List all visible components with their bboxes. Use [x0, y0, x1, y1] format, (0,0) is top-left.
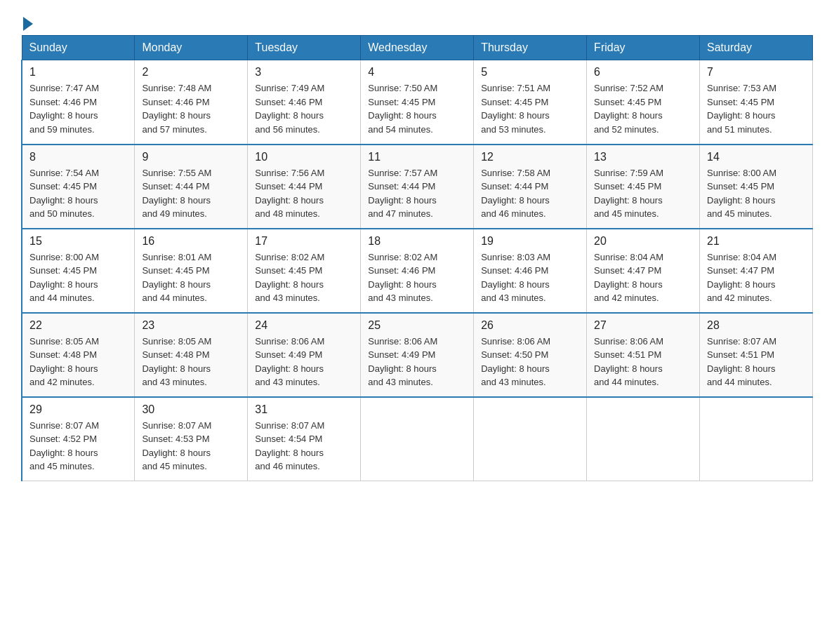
day-number: 30	[142, 403, 240, 416]
calendar-cell: 15 Sunrise: 8:00 AM Sunset: 4:45 PM Dayl…	[22, 229, 135, 313]
calendar-body: 1 Sunrise: 7:47 AM Sunset: 4:46 PM Dayli…	[22, 60, 813, 481]
day-info: Sunrise: 8:02 AM Sunset: 4:46 PM Dayligh…	[368, 250, 466, 305]
weekday-header-friday: Friday	[587, 36, 700, 60]
weekday-header-saturday: Saturday	[700, 36, 813, 60]
day-info: Sunrise: 8:03 AM Sunset: 4:46 PM Dayligh…	[481, 250, 579, 305]
day-number: 13	[594, 151, 692, 163]
calendar-cell: 13 Sunrise: 7:59 AM Sunset: 4:45 PM Dayl…	[587, 145, 700, 229]
day-number: 27	[594, 319, 692, 332]
day-number: 28	[707, 319, 805, 332]
logo-arrow-icon	[23, 17, 33, 31]
calendar-cell: 30 Sunrise: 8:07 AM Sunset: 4:53 PM Dayl…	[135, 397, 248, 481]
day-info: Sunrise: 8:02 AM Sunset: 4:45 PM Dayligh…	[255, 250, 353, 305]
day-info: Sunrise: 8:07 AM Sunset: 4:52 PM Dayligh…	[29, 419, 127, 474]
day-number: 10	[255, 151, 353, 163]
day-number: 4	[368, 66, 466, 79]
day-number: 3	[255, 66, 353, 79]
calendar-cell: 24 Sunrise: 8:06 AM Sunset: 4:49 PM Dayl…	[248, 313, 361, 397]
weekday-header-sunday: Sunday	[22, 36, 135, 60]
day-info: Sunrise: 8:07 AM Sunset: 4:53 PM Dayligh…	[142, 419, 240, 474]
day-number: 17	[255, 235, 353, 248]
calendar-cell: 23 Sunrise: 8:05 AM Sunset: 4:48 PM Dayl…	[135, 313, 248, 397]
calendar-cell: 20 Sunrise: 8:04 AM Sunset: 4:47 PM Dayl…	[587, 229, 700, 313]
weekday-header-thursday: Thursday	[474, 36, 587, 60]
calendar-cell: 19 Sunrise: 8:03 AM Sunset: 4:46 PM Dayl…	[474, 229, 587, 313]
day-number: 5	[481, 66, 579, 79]
day-number: 29	[29, 403, 127, 416]
day-number: 15	[29, 235, 127, 248]
day-number: 21	[707, 235, 805, 248]
logo	[21, 14, 33, 28]
page-header	[21, 14, 813, 28]
day-number: 11	[368, 151, 466, 163]
calendar-week-row: 1 Sunrise: 7:47 AM Sunset: 4:46 PM Dayli…	[22, 60, 813, 145]
calendar-cell	[474, 397, 587, 481]
calendar-week-row: 29 Sunrise: 8:07 AM Sunset: 4:52 PM Dayl…	[22, 397, 813, 481]
day-info: Sunrise: 7:55 AM Sunset: 4:44 PM Dayligh…	[142, 166, 240, 221]
calendar-cell: 17 Sunrise: 8:02 AM Sunset: 4:45 PM Dayl…	[248, 229, 361, 313]
day-number: 2	[142, 66, 240, 79]
day-info: Sunrise: 7:49 AM Sunset: 4:46 PM Dayligh…	[255, 81, 353, 136]
day-info: Sunrise: 7:59 AM Sunset: 4:45 PM Dayligh…	[594, 166, 692, 221]
calendar-cell: 8 Sunrise: 7:54 AM Sunset: 4:45 PM Dayli…	[22, 145, 135, 229]
day-info: Sunrise: 7:54 AM Sunset: 4:45 PM Dayligh…	[29, 166, 127, 221]
calendar-cell: 28 Sunrise: 8:07 AM Sunset: 4:51 PM Dayl…	[700, 313, 813, 397]
calendar-cell: 3 Sunrise: 7:49 AM Sunset: 4:46 PM Dayli…	[248, 60, 361, 145]
weekday-header-tuesday: Tuesday	[248, 36, 361, 60]
calendar-header: SundayMondayTuesdayWednesdayThursdayFrid…	[22, 36, 813, 60]
day-info: Sunrise: 8:06 AM Sunset: 4:50 PM Dayligh…	[481, 335, 579, 389]
day-number: 7	[707, 66, 805, 79]
day-info: Sunrise: 7:52 AM Sunset: 4:45 PM Dayligh…	[594, 81, 692, 136]
calendar-cell: 31 Sunrise: 8:07 AM Sunset: 4:54 PM Dayl…	[248, 397, 361, 481]
day-info: Sunrise: 7:56 AM Sunset: 4:44 PM Dayligh…	[255, 166, 353, 221]
calendar-cell: 4 Sunrise: 7:50 AM Sunset: 4:45 PM Dayli…	[361, 60, 474, 145]
day-number: 31	[255, 403, 353, 416]
weekday-header-wednesday: Wednesday	[361, 36, 474, 60]
day-info: Sunrise: 8:00 AM Sunset: 4:45 PM Dayligh…	[29, 250, 127, 305]
calendar-cell: 22 Sunrise: 8:05 AM Sunset: 4:48 PM Dayl…	[22, 313, 135, 397]
day-info: Sunrise: 7:53 AM Sunset: 4:45 PM Dayligh…	[707, 81, 805, 136]
day-info: Sunrise: 7:50 AM Sunset: 4:45 PM Dayligh…	[368, 81, 466, 136]
day-number: 19	[481, 235, 579, 248]
day-info: Sunrise: 8:07 AM Sunset: 4:54 PM Dayligh…	[255, 419, 353, 474]
calendar-cell: 18 Sunrise: 8:02 AM Sunset: 4:46 PM Dayl…	[361, 229, 474, 313]
day-info: Sunrise: 8:06 AM Sunset: 4:49 PM Dayligh…	[368, 335, 466, 389]
calendar-cell: 11 Sunrise: 7:57 AM Sunset: 4:44 PM Dayl…	[361, 145, 474, 229]
day-number: 20	[594, 235, 692, 248]
calendar-cell: 12 Sunrise: 7:58 AM Sunset: 4:44 PM Dayl…	[474, 145, 587, 229]
calendar-cell: 5 Sunrise: 7:51 AM Sunset: 4:45 PM Dayli…	[474, 60, 587, 145]
day-info: Sunrise: 8:04 AM Sunset: 4:47 PM Dayligh…	[707, 250, 805, 305]
day-number: 1	[29, 66, 127, 79]
day-number: 25	[368, 319, 466, 332]
calendar-cell: 2 Sunrise: 7:48 AM Sunset: 4:46 PM Dayli…	[135, 60, 248, 145]
day-info: Sunrise: 7:47 AM Sunset: 4:46 PM Dayligh…	[29, 81, 127, 136]
calendar-cell: 1 Sunrise: 7:47 AM Sunset: 4:46 PM Dayli…	[22, 60, 135, 145]
calendar-cell: 26 Sunrise: 8:06 AM Sunset: 4:50 PM Dayl…	[474, 313, 587, 397]
calendar-cell: 16 Sunrise: 8:01 AM Sunset: 4:45 PM Dayl…	[135, 229, 248, 313]
day-number: 12	[481, 151, 579, 163]
calendar-cell	[361, 397, 474, 481]
day-info: Sunrise: 7:48 AM Sunset: 4:46 PM Dayligh…	[142, 81, 240, 136]
day-number: 26	[481, 319, 579, 332]
day-number: 14	[707, 151, 805, 163]
day-info: Sunrise: 8:00 AM Sunset: 4:45 PM Dayligh…	[707, 166, 805, 221]
weekday-header-monday: Monday	[135, 36, 248, 60]
calendar-cell	[700, 397, 813, 481]
day-info: Sunrise: 8:06 AM Sunset: 4:51 PM Dayligh…	[594, 335, 692, 389]
calendar-week-row: 8 Sunrise: 7:54 AM Sunset: 4:45 PM Dayli…	[22, 145, 813, 229]
day-number: 6	[594, 66, 692, 79]
weekday-header-row: SundayMondayTuesdayWednesdayThursdayFrid…	[22, 36, 813, 60]
calendar-cell: 7 Sunrise: 7:53 AM Sunset: 4:45 PM Dayli…	[700, 60, 813, 145]
calendar-cell: 6 Sunrise: 7:52 AM Sunset: 4:45 PM Dayli…	[587, 60, 700, 145]
calendar-week-row: 15 Sunrise: 8:00 AM Sunset: 4:45 PM Dayl…	[22, 229, 813, 313]
day-number: 18	[368, 235, 466, 248]
day-number: 8	[29, 151, 127, 163]
day-info: Sunrise: 7:58 AM Sunset: 4:44 PM Dayligh…	[481, 166, 579, 221]
calendar-cell: 9 Sunrise: 7:55 AM Sunset: 4:44 PM Dayli…	[135, 145, 248, 229]
day-info: Sunrise: 7:57 AM Sunset: 4:44 PM Dayligh…	[368, 166, 466, 221]
calendar-table: SundayMondayTuesdayWednesdayThursdayFrid…	[21, 35, 813, 481]
day-info: Sunrise: 8:07 AM Sunset: 4:51 PM Dayligh…	[707, 335, 805, 389]
day-number: 22	[29, 319, 127, 332]
calendar-cell	[587, 397, 700, 481]
day-number: 16	[142, 235, 240, 248]
